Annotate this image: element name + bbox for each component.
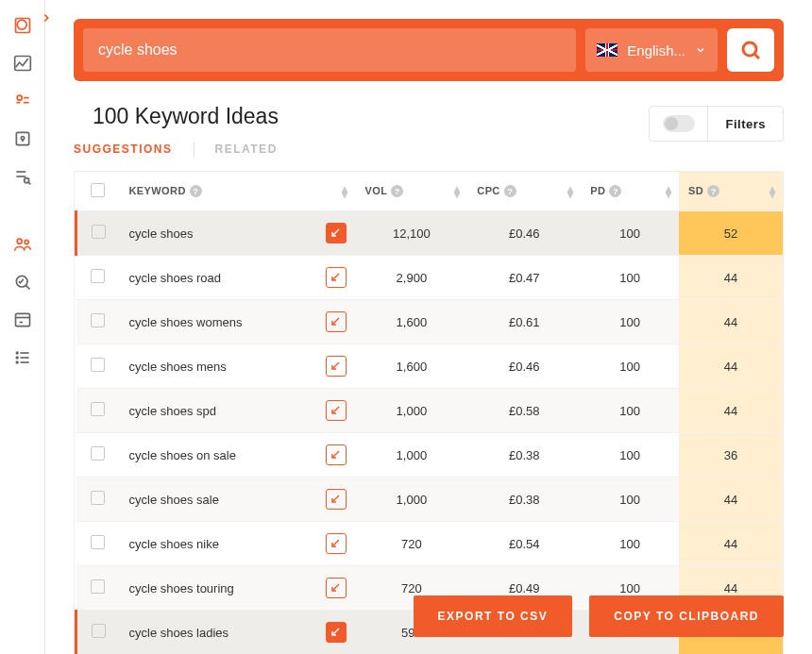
expand-keyword-button[interactable]: [326, 533, 347, 554]
svg-point-0: [17, 20, 26, 29]
expand-keyword-button[interactable]: [326, 622, 347, 643]
monitor-icon[interactable]: [12, 272, 33, 293]
keyword-text: cycle shoes spd: [129, 404, 217, 418]
sd-cell: 52: [679, 211, 783, 256]
table-row[interactable]: cycle shoes nike720£0.5410044: [76, 522, 784, 566]
cpc-cell: £0.46: [467, 344, 581, 389]
tab-suggestions[interactable]: SUGGESTIONS: [74, 143, 173, 158]
table-row[interactable]: cycle shoes12,100£0.4610052: [76, 211, 784, 256]
row-checkbox[interactable]: [92, 225, 106, 239]
language-select[interactable]: English...: [585, 28, 718, 72]
table-row[interactable]: cycle shoes mens1,600£0.4610044: [76, 344, 784, 389]
col-check[interactable]: [76, 172, 120, 211]
svg-point-24: [16, 361, 18, 363]
svg-line-36: [332, 584, 339, 591]
expand-keyword-button[interactable]: [326, 444, 347, 465]
keyword-text: cycle shoes nike: [129, 537, 219, 551]
sort-icon[interactable]: ▴▾: [666, 186, 671, 197]
filters-label[interactable]: Filters: [708, 117, 783, 131]
vol-cell: 720: [356, 522, 468, 566]
insights-icon[interactable]: [12, 91, 33, 111]
filters-toggle[interactable]: [650, 107, 708, 141]
cpc-cell: £0.38: [467, 478, 581, 522]
sd-cell: 44: [679, 389, 783, 433]
vol-cell: 12,100: [356, 211, 468, 256]
expand-keyword-button[interactable]: [326, 267, 347, 288]
col-vol[interactable]: VOL? ▴▾: [356, 172, 468, 211]
pd-cell: 100: [581, 433, 679, 478]
row-checkbox[interactable]: [91, 358, 105, 372]
sd-cell: 44: [679, 522, 783, 566]
keyword-text: cycle shoes sale: [129, 493, 219, 507]
copy-clipboard-button[interactable]: COPY TO CLIPBOARD: [589, 595, 784, 637]
help-icon[interactable]: ?: [504, 185, 516, 197]
help-icon[interactable]: ?: [190, 185, 202, 197]
row-checkbox[interactable]: [92, 624, 106, 638]
pd-cell: 100: [581, 256, 679, 300]
table-row[interactable]: cycle shoes sale1,000£0.3810044: [76, 478, 784, 522]
svg-point-26: [743, 42, 756, 56]
analytics-icon[interactable]: [12, 53, 33, 74]
col-pd[interactable]: PD? ▴▾: [581, 172, 679, 211]
vol-cell: 1,000: [356, 478, 468, 522]
svg-rect-17: [15, 313, 29, 326]
list-icon[interactable]: [12, 347, 33, 368]
svg-point-8: [21, 137, 24, 140]
cpc-cell: £0.47: [467, 256, 581, 300]
pd-cell: 100: [581, 300, 679, 344]
row-checkbox[interactable]: [91, 491, 105, 505]
expand-keyword-button[interactable]: [326, 311, 347, 332]
help-icon[interactable]: ?: [391, 185, 403, 197]
users-icon[interactable]: [12, 234, 33, 255]
svg-line-35: [332, 540, 339, 546]
row-checkbox[interactable]: [91, 535, 105, 549]
search-list-icon[interactable]: [12, 166, 33, 187]
table-row[interactable]: cycle shoes road2,900£0.4710044: [76, 256, 784, 300]
col-keyword[interactable]: KEYWORD? ▴▾: [120, 172, 356, 211]
table-row[interactable]: cycle shoes womens1,600£0.6110044: [76, 300, 784, 344]
svg-point-3: [17, 95, 22, 100]
table-row[interactable]: cycle shoes spd1,000£0.5810044: [76, 389, 784, 433]
svg-line-16: [25, 285, 29, 289]
svg-point-20: [16, 352, 18, 354]
sort-icon[interactable]: ▴▾: [342, 186, 347, 197]
svg-line-28: [332, 229, 339, 236]
cpc-cell: £0.61: [467, 300, 581, 344]
svg-line-31: [332, 362, 339, 369]
table-row[interactable]: cycle shoes on sale1,000£0.3810036: [76, 433, 784, 478]
svg-line-27: [754, 54, 759, 59]
keyword-text: cycle shoes touring: [129, 581, 234, 595]
expand-keyword-button[interactable]: [326, 489, 347, 510]
sort-icon[interactable]: ▴▾: [454, 186, 460, 197]
filters-control: Filters: [649, 106, 784, 142]
expand-keyword-button[interactable]: [326, 223, 347, 243]
search-button[interactable]: [727, 28, 774, 72]
browser-icon[interactable]: [12, 310, 33, 330]
chevron-down-icon: [695, 44, 706, 56]
row-checkbox[interactable]: [91, 313, 105, 327]
sort-icon[interactable]: ▴▾: [770, 186, 775, 197]
expand-keyword-button[interactable]: [326, 400, 347, 421]
dashboard-icon[interactable]: [12, 15, 33, 36]
expand-keyword-button[interactable]: [326, 356, 347, 377]
collapse-sidebar-icon[interactable]: [40, 11, 57, 28]
sort-icon[interactable]: ▴▾: [567, 186, 573, 197]
row-checkbox[interactable]: [91, 402, 105, 416]
cpc-cell: £0.38: [467, 433, 581, 478]
vol-cell: 1,000: [356, 433, 468, 478]
search-input[interactable]: [83, 28, 576, 72]
row-checkbox[interactable]: [91, 446, 105, 461]
tab-related[interactable]: RELATED: [215, 143, 278, 158]
cpc-cell: £0.46: [467, 211, 581, 256]
col-cpc[interactable]: CPC? ▴▾: [467, 172, 581, 211]
svg-point-14: [25, 240, 28, 243]
export-csv-button[interactable]: EXPORT TO CSV: [414, 595, 573, 637]
help-icon[interactable]: ?: [707, 185, 719, 197]
expand-keyword-button[interactable]: [326, 578, 347, 598]
help-icon[interactable]: ?: [609, 185, 621, 197]
row-checkbox[interactable]: [91, 269, 105, 283]
page-title: 100 Keyword Ideas: [93, 104, 279, 129]
row-checkbox[interactable]: [91, 579, 105, 594]
location-icon[interactable]: [12, 128, 33, 149]
col-sd[interactable]: SD? ▴▾: [679, 172, 783, 211]
